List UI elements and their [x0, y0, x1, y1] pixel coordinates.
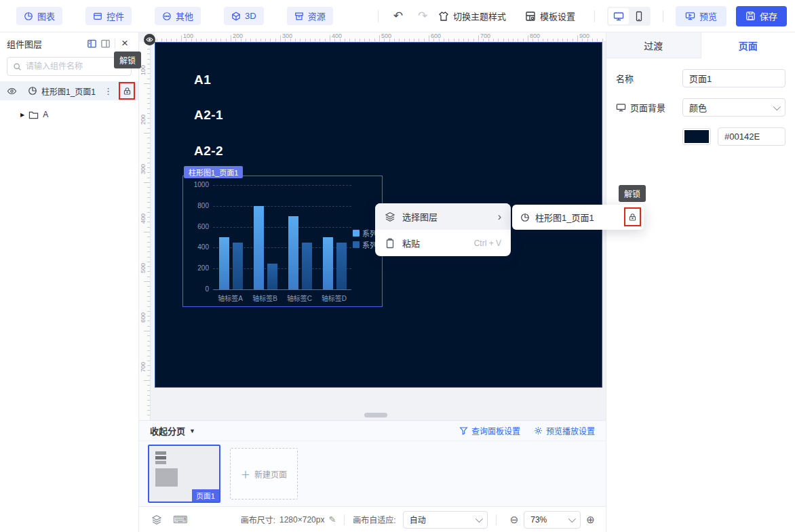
gear-icon	[534, 426, 543, 435]
query-panel-settings-button[interactable]: 查询面板设置	[459, 425, 520, 436]
zoom-in-icon[interactable]: ⊕	[586, 514, 595, 526]
tab-transition[interactable]: 过渡	[606, 33, 701, 58]
chevron-down-icon	[568, 514, 576, 522]
layer-group-a[interactable]: ▶ A	[0, 106, 138, 123]
ruler-eye-toggle[interactable]	[144, 34, 155, 45]
ruler-minor-tick	[468, 39, 469, 41]
redo-icon[interactable]: ↷	[418, 9, 427, 23]
lock-icon[interactable]	[123, 87, 132, 96]
bar-chart-component[interactable]: 02004006008001000轴标签A轴标签B轴标签C轴标签D系列1系列2	[182, 176, 383, 307]
ruler-minor-tick	[147, 94, 150, 94]
collapse-pages-button[interactable]: 收起分页 ▼	[150, 424, 195, 437]
close-panel-icon[interactable]: ×	[118, 37, 132, 50]
canvas-fit-value: 自动	[410, 514, 426, 525]
new-page-button[interactable]: ＋ 新建页面	[230, 448, 298, 499]
background-color-swatch[interactable]	[682, 128, 711, 145]
desktop-view-toggle[interactable]	[608, 8, 629, 24]
page-thumbnail-1[interactable]: 页面1	[148, 445, 220, 503]
ruler-minor-tick	[567, 39, 568, 41]
layer-list-view-icon[interactable]	[85, 37, 98, 50]
layer-item-bar-chart[interactable]: 柱形图1_页面1 ⋮	[0, 81, 138, 100]
ruler-minor-tick	[147, 192, 150, 193]
ruler-minor-tick	[246, 39, 246, 41]
ruler-minor-tick	[389, 39, 390, 41]
toolbar-button-resources[interactable]: 资源	[287, 7, 333, 25]
properties-tabs: 过渡 页面	[606, 33, 795, 58]
save-button[interactable]: 保存	[736, 6, 787, 26]
tab-page[interactable]: 页面	[701, 33, 795, 58]
ruler-minor-tick	[404, 39, 405, 41]
canvas-fit-select[interactable]: 自动	[403, 511, 488, 529]
zoom-level-select[interactable]: 73%	[524, 511, 581, 529]
context-menu-item-label: 粘贴	[402, 237, 420, 249]
ruler-minor-tick	[147, 346, 150, 346]
device-toggle	[607, 7, 651, 26]
mobile-view-toggle[interactable]	[629, 8, 649, 24]
context-menu-paste[interactable]: 粘贴 Ctrl + V	[375, 230, 511, 256]
ruler-minor-tick	[295, 39, 296, 41]
unlock-tooltip: 解锁	[619, 185, 646, 202]
ruler-minor-tick	[265, 39, 266, 41]
ruler-minor-tick	[147, 262, 150, 262]
undo-icon[interactable]: ↶	[393, 9, 403, 23]
background-type-select[interactable]: 颜色	[682, 98, 786, 117]
layers-icon[interactable]	[151, 514, 162, 525]
bar-系列2-轴标签C	[302, 243, 312, 289]
horizontal-scrollbar[interactable]	[364, 413, 387, 417]
ruler-minor-tick	[454, 39, 454, 41]
page-name-input[interactable]	[682, 69, 786, 87]
visibility-eye-icon[interactable]	[7, 86, 17, 96]
canvas-text-a1[interactable]: A1	[194, 73, 211, 87]
ruler-minor-tick	[439, 39, 440, 41]
thumb-shape	[155, 461, 166, 464]
bar-系列2-轴标签D	[336, 243, 347, 289]
canvas-text-a22[interactable]: A2-2	[194, 144, 223, 159]
toolbar-divider	[594, 10, 595, 22]
template-settings-label: 模板设置	[540, 9, 575, 22]
ruler-minor-tick	[493, 39, 494, 41]
preview-play-settings-button[interactable]: 预览播放设置	[534, 425, 595, 436]
layers-icon	[385, 211, 395, 222]
x-axis-category-label: 轴标签A	[212, 293, 250, 303]
template-settings-button[interactable]: 模板设置	[525, 9, 575, 22]
toolbar-button-charts[interactable]: 图表	[16, 7, 62, 25]
keyboard-shortcuts-icon[interactable]: ⌨	[173, 514, 188, 526]
ruler-minor-tick	[364, 39, 365, 41]
bar-系列1-轴标签B	[254, 206, 264, 289]
ruler-minor-tick	[394, 39, 395, 41]
ruler-minor-tick	[147, 286, 150, 287]
ruler-minor-tick	[330, 39, 330, 41]
context-menu-select-layer[interactable]: 选择图层 ›	[375, 203, 511, 230]
layer-thumb-view-icon[interactable]	[98, 37, 112, 50]
pie-chart-icon	[24, 12, 33, 21]
lock-icon[interactable]	[628, 213, 637, 222]
toolbar-button-3d[interactable]: 3D	[224, 7, 264, 25]
context-submenu[interactable]: 柱形图1_页面1	[512, 205, 644, 230]
ruler-minor-tick	[147, 197, 150, 198]
ruler-minor-tick	[562, 39, 563, 41]
edit-pencil-icon[interactable]: ✎	[328, 514, 336, 525]
x-axis-category-label: 轴标签C	[281, 293, 319, 303]
ruler-minor-tick	[409, 39, 410, 41]
ruler-minor-tick	[147, 178, 150, 178]
ruler-minor-tick	[147, 257, 150, 258]
ruler-minor-tick	[147, 266, 150, 267]
ruler-minor-tick	[147, 113, 150, 114]
toolbar-button-others[interactable]: 其他	[155, 7, 201, 25]
ruler-minor-tick	[300, 39, 300, 41]
layer-more-icon[interactable]: ⋮	[104, 86, 113, 96]
canvas-text-a21[interactable]: A2-1	[194, 108, 223, 123]
zoom-out-icon[interactable]: ⊖	[510, 514, 519, 526]
layer-search-input[interactable]	[26, 62, 125, 71]
toolbar-button-widgets[interactable]: 控件	[85, 7, 132, 25]
theme-style-button[interactable]: 切换主题样式	[438, 9, 506, 22]
ruler-minor-tick	[602, 39, 603, 41]
ruler-minor-tick	[147, 395, 150, 396]
ruler-minor-tick	[147, 202, 150, 203]
ruler-label: 200	[233, 33, 243, 39]
ruler-minor-tick	[147, 277, 150, 277]
background-hex-input[interactable]	[718, 127, 786, 146]
y-axis-tick-label: 400	[183, 243, 209, 251]
preview-button[interactable]: 预览	[676, 6, 726, 26]
expand-arrow-icon[interactable]: ▶	[20, 112, 24, 118]
